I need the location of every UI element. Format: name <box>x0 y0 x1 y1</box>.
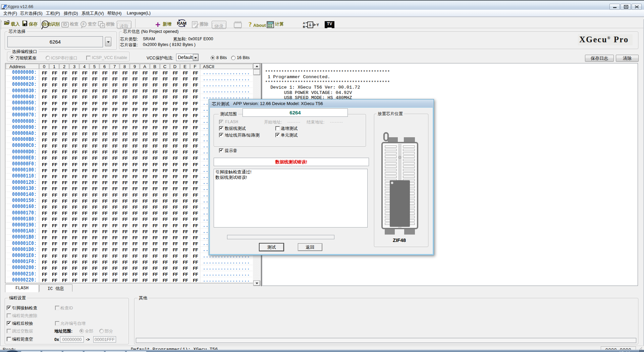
svg-text:RAM: RAM <box>177 21 186 26</box>
svg-text:&: & <box>309 23 312 27</box>
svg-text:F: F <box>83 22 85 26</box>
svg-text:Y: Y <box>317 23 319 27</box>
svg-text:A: A <box>303 21 305 25</box>
svg-text:B: B <box>303 25 305 29</box>
